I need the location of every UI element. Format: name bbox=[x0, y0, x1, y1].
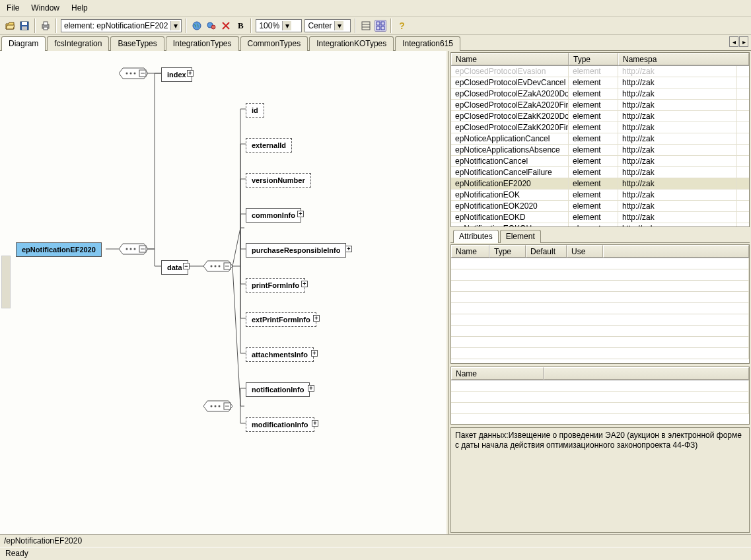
tab-fcsintegration[interactable]: fcsIntegration bbox=[47, 36, 109, 51]
schema-row[interactable]: epNotificationEOKDelementhttp://zak bbox=[451, 212, 749, 223]
align-combo[interactable]: Center▾ bbox=[304, 19, 351, 32]
schema-grid-header: Name Type Namespa bbox=[451, 53, 749, 66]
attr-row[interactable] bbox=[451, 281, 749, 292]
col-name[interactable]: Name bbox=[451, 53, 569, 65]
col-type[interactable]: Type bbox=[569, 53, 618, 65]
node-versionnumber[interactable]: versionNumber bbox=[246, 173, 311, 188]
node-purchaseresponsibleinfo[interactable]: purchaseResponsibleInfo bbox=[246, 243, 346, 258]
schema-row[interactable]: epClosedProtocolEvDevCancelelementhttp:/… bbox=[451, 77, 749, 88]
attr-row[interactable] bbox=[451, 326, 749, 337]
expand-printforminfo[interactable]: + bbox=[301, 281, 308, 287]
schema-row[interactable]: epClosedProtocolEvasionelementhttp://zak bbox=[451, 66, 749, 77]
tab-integrationtypes[interactable]: IntegrationTypes bbox=[166, 36, 239, 51]
schema-grid-body[interactable]: epClosedProtocolEvasionelementhttp://zak… bbox=[451, 66, 749, 227]
schema-row[interactable]: epNotificationEOKOUelementhttp://zak bbox=[451, 223, 749, 227]
attr-col-default[interactable]: Default bbox=[526, 245, 567, 258]
attr-row[interactable] bbox=[451, 303, 749, 314]
expand-purchaseresponsibleinfo[interactable]: + bbox=[345, 246, 352, 252]
attr-grid-body[interactable] bbox=[451, 258, 749, 364]
schema-row[interactable]: epNotificationEOKelementhttp://zak bbox=[451, 190, 749, 201]
tab-scroll-left[interactable]: ◂ bbox=[729, 36, 738, 47]
node-notificationinfo[interactable]: notificationInfo bbox=[246, 382, 310, 397]
menu-help[interactable]: Help bbox=[71, 3, 88, 13]
attr-row[interactable] bbox=[451, 269, 749, 281]
tab-attributes[interactable]: Attributes bbox=[453, 230, 499, 243]
schema-row[interactable]: epClosedProtocolEZakA2020Finelementhttp:… bbox=[451, 100, 749, 111]
schema-row[interactable]: epNotificationEOK2020elementhttp://zak bbox=[451, 201, 749, 212]
zoom-combo[interactable]: 100%▾ bbox=[256, 19, 302, 32]
expand-attachmentsinfo[interactable]: + bbox=[311, 350, 318, 357]
schema-row[interactable]: epClosedProtocolEZakK2020Finelementhttp:… bbox=[451, 122, 749, 133]
expand-notificationinfo[interactable]: + bbox=[308, 385, 314, 392]
menu-window[interactable]: Window bbox=[31, 3, 59, 13]
schema-row[interactable]: epNotificationCancelFailureelementhttp:/… bbox=[451, 167, 749, 178]
node-extprintforminfo[interactable]: extPrintFormInfo bbox=[246, 312, 316, 327]
menu-file[interactable]: File bbox=[7, 3, 19, 13]
save-icon[interactable] bbox=[18, 20, 30, 32]
compositor-index[interactable] bbox=[119, 67, 148, 80]
schema-row[interactable]: epNotificationCancelelementhttp://zak bbox=[451, 156, 749, 167]
tab-element[interactable]: Element bbox=[500, 230, 541, 243]
attr-row[interactable] bbox=[451, 258, 749, 269]
col-namespace[interactable]: Namespa bbox=[618, 53, 749, 65]
compositor-data-tail[interactable] bbox=[203, 400, 232, 413]
attr-col-use[interactable]: Use bbox=[567, 245, 603, 258]
name-row[interactable] bbox=[451, 380, 749, 392]
name-row[interactable] bbox=[451, 392, 749, 403]
compositor-root[interactable] bbox=[119, 242, 148, 256]
bold-icon[interactable]: B bbox=[234, 20, 246, 32]
svg-point-28 bbox=[126, 72, 128, 74]
svg-point-40 bbox=[211, 405, 213, 407]
attr-col-type[interactable]: Type bbox=[489, 245, 526, 258]
vertical-scroll-stub[interactable] bbox=[1, 256, 11, 308]
name-grid-body[interactable] bbox=[451, 380, 749, 424]
attr-row[interactable] bbox=[451, 337, 749, 348]
tab-commontypes[interactable]: CommonTypes bbox=[240, 36, 308, 51]
node-modificationinfo[interactable]: modificationInfo bbox=[246, 417, 314, 432]
schema-row[interactable]: epNoticeApplicationsAbsenceelementhttp:/… bbox=[451, 145, 749, 156]
tab-diagram[interactable]: Diagram bbox=[1, 36, 46, 51]
svg-rect-1 bbox=[22, 22, 27, 25]
help-icon[interactable]: ? bbox=[396, 20, 408, 32]
expand-data[interactable]: − bbox=[183, 263, 190, 269]
node-attachmentsinfo[interactable]: attachmentsInfo bbox=[246, 347, 314, 362]
tab-integration615[interactable]: Integration615 bbox=[395, 36, 460, 51]
list-view-icon[interactable] bbox=[360, 20, 372, 32]
node-commoninfo[interactable]: commonInfo bbox=[246, 208, 301, 223]
attr-row[interactable] bbox=[451, 292, 749, 303]
name-row[interactable] bbox=[451, 403, 749, 414]
attr-row[interactable] bbox=[451, 314, 749, 326]
node-id[interactable]: id bbox=[246, 103, 264, 118]
globe-icon[interactable] bbox=[191, 20, 203, 32]
delete-icon[interactable] bbox=[220, 20, 232, 32]
node-root[interactable]: epNotificationEF2020 bbox=[16, 242, 102, 257]
schema-row[interactable]: epNoticeApplicationCancelelementhttp://z… bbox=[451, 133, 749, 145]
attr-row[interactable] bbox=[451, 348, 749, 359]
expand-extprintforminfo[interactable]: + bbox=[313, 315, 320, 322]
status-bar: Ready bbox=[0, 547, 751, 560]
name-col[interactable]: Name bbox=[451, 367, 544, 380]
tile-view-icon[interactable] bbox=[375, 20, 386, 32]
compositor-data[interactable] bbox=[203, 260, 232, 273]
attr-col-name[interactable]: Name bbox=[451, 245, 489, 258]
diagram-pane[interactable]: epNotificationEF2020 index + data − id e… bbox=[0, 51, 448, 535]
open-icon[interactable] bbox=[4, 20, 16, 32]
attr-col-blank[interactable] bbox=[603, 245, 749, 258]
expand-commoninfo[interactable]: + bbox=[297, 211, 304, 217]
tab-scroll-right[interactable]: ▸ bbox=[739, 36, 748, 47]
node-printforminfo[interactable]: printFormInfo bbox=[246, 278, 305, 293]
element-combo[interactable]: element: epNotificationEF202▾ bbox=[61, 19, 182, 32]
name-col-blank[interactable] bbox=[544, 367, 749, 380]
tab-basetypes[interactable]: BaseTypes bbox=[110, 36, 164, 51]
schema-row[interactable]: epClosedProtocolEZakK2020Doelementhttp:/… bbox=[451, 111, 749, 122]
description-text: Пакет данных:Извещение о проведении ЭА20… bbox=[455, 431, 742, 450]
tab-integrationkotypes[interactable]: IntegrationKOTypes bbox=[309, 36, 394, 51]
globe-multi-icon[interactable] bbox=[205, 20, 217, 32]
expand-index[interactable]: + bbox=[187, 70, 194, 77]
schema-row[interactable]: epClosedProtocolEZakA2020Doelementhttp:/… bbox=[451, 88, 749, 100]
node-externalid[interactable]: externalId bbox=[246, 138, 292, 153]
expand-modificationinfo[interactable]: + bbox=[312, 420, 318, 427]
print-icon[interactable] bbox=[40, 20, 52, 32]
schema-row[interactable]: epNotificationEF2020elementhttp://zak bbox=[451, 178, 749, 190]
attributes-grid: Name Type Default Use bbox=[450, 244, 750, 365]
